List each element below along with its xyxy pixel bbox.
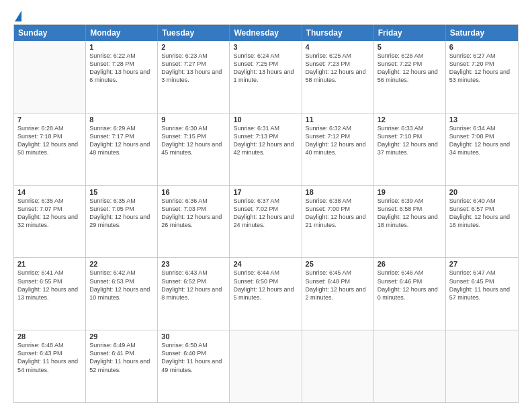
calendar-cell [230, 330, 302, 402]
calendar-cell: 30Sunrise: 6:50 AM Sunset: 6:40 PM Dayli… [158, 330, 230, 402]
calendar-body: 1Sunrise: 6:22 AM Sunset: 7:28 PM Daylig… [14, 41, 518, 402]
day-info: Sunrise: 6:31 AM Sunset: 7:13 PM Dayligh… [233, 124, 298, 157]
day-number: 5 [378, 43, 442, 51]
header [13, 11, 519, 20]
calendar-cell: 9Sunrise: 6:30 AM Sunset: 7:15 PM Daylig… [158, 113, 230, 185]
calendar-cell: 1Sunrise: 6:22 AM Sunset: 7:28 PM Daylig… [86, 41, 158, 113]
calendar-cell: 12Sunrise: 6:33 AM Sunset: 7:10 PM Dayli… [374, 113, 446, 185]
day-number: 10 [233, 116, 298, 124]
day-info: Sunrise: 6:47 AM Sunset: 6:45 PM Dayligh… [449, 269, 515, 302]
day-number: 27 [449, 260, 515, 268]
day-number: 17 [233, 188, 298, 196]
day-number: 26 [378, 260, 442, 268]
day-number: 7 [17, 116, 82, 124]
calendar-cell: 15Sunrise: 6:35 AM Sunset: 7:05 PM Dayli… [86, 186, 158, 258]
calendar-header-cell: Wednesday [230, 25, 302, 41]
day-info: Sunrise: 6:36 AM Sunset: 7:03 PM Dayligh… [161, 197, 226, 230]
calendar-cell [446, 330, 518, 402]
day-number: 16 [161, 188, 226, 196]
calendar-cell: 25Sunrise: 6:45 AM Sunset: 6:48 PM Dayli… [302, 258, 374, 330]
day-info: Sunrise: 6:35 AM Sunset: 7:07 PM Dayligh… [17, 197, 82, 230]
calendar-cell [302, 330, 374, 402]
calendar-cell: 2Sunrise: 6:23 AM Sunset: 7:27 PM Daylig… [158, 41, 230, 113]
calendar-header-cell: Tuesday [158, 25, 230, 41]
calendar-cell: 6Sunrise: 6:27 AM Sunset: 7:20 PM Daylig… [446, 41, 518, 113]
calendar-cell: 21Sunrise: 6:41 AM Sunset: 6:55 PM Dayli… [14, 258, 86, 330]
day-number: 15 [89, 188, 154, 196]
calendar-header-cell: Sunday [14, 25, 86, 41]
day-info: Sunrise: 6:45 AM Sunset: 6:48 PM Dayligh… [306, 269, 370, 302]
logo-triangle-icon [15, 11, 21, 21]
calendar-cell: 18Sunrise: 6:38 AM Sunset: 7:00 PM Dayli… [302, 186, 374, 258]
calendar-row: 1Sunrise: 6:22 AM Sunset: 7:28 PM Daylig… [14, 41, 518, 113]
day-info: Sunrise: 6:29 AM Sunset: 7:17 PM Dayligh… [89, 124, 154, 157]
calendar-cell: 22Sunrise: 6:42 AM Sunset: 6:53 PM Dayli… [86, 258, 158, 330]
day-info: Sunrise: 6:25 AM Sunset: 7:23 PM Dayligh… [306, 52, 370, 85]
day-info: Sunrise: 6:22 AM Sunset: 7:28 PM Dayligh… [89, 52, 154, 85]
day-info: Sunrise: 6:30 AM Sunset: 7:15 PM Dayligh… [161, 124, 226, 157]
calendar-cell: 10Sunrise: 6:31 AM Sunset: 7:13 PM Dayli… [230, 113, 302, 185]
day-info: Sunrise: 6:42 AM Sunset: 6:53 PM Dayligh… [89, 269, 154, 302]
calendar-header-cell: Saturday [446, 25, 518, 41]
day-info: Sunrise: 6:38 AM Sunset: 7:00 PM Dayligh… [306, 197, 370, 230]
calendar-cell: 19Sunrise: 6:39 AM Sunset: 6:58 PM Dayli… [374, 186, 446, 258]
calendar-cell: 17Sunrise: 6:37 AM Sunset: 7:02 PM Dayli… [230, 186, 302, 258]
day-number: 21 [17, 260, 82, 268]
day-number: 28 [17, 332, 82, 340]
day-number: 11 [306, 116, 370, 124]
day-info: Sunrise: 6:34 AM Sunset: 7:08 PM Dayligh… [449, 124, 515, 157]
calendar-header: SundayMondayTuesdayWednesdayThursdayFrid… [14, 25, 518, 41]
calendar-cell: 5Sunrise: 6:26 AM Sunset: 7:22 PM Daylig… [374, 41, 446, 113]
day-number: 25 [306, 260, 370, 268]
day-info: Sunrise: 6:50 AM Sunset: 6:40 PM Dayligh… [161, 341, 226, 374]
calendar-cell [374, 330, 446, 402]
calendar-cell: 11Sunrise: 6:32 AM Sunset: 7:12 PM Dayli… [302, 113, 374, 185]
day-info: Sunrise: 6:43 AM Sunset: 6:52 PM Dayligh… [161, 269, 226, 302]
day-number: 8 [89, 116, 154, 124]
day-info: Sunrise: 6:27 AM Sunset: 7:20 PM Dayligh… [449, 52, 515, 85]
calendar-row: 7Sunrise: 6:28 AM Sunset: 7:18 PM Daylig… [14, 113, 518, 185]
day-info: Sunrise: 6:33 AM Sunset: 7:10 PM Dayligh… [378, 124, 442, 157]
day-number: 30 [161, 332, 226, 340]
day-number: 3 [233, 43, 298, 51]
day-info: Sunrise: 6:39 AM Sunset: 6:58 PM Dayligh… [378, 197, 442, 230]
day-number: 18 [306, 188, 370, 196]
calendar-cell: 4Sunrise: 6:25 AM Sunset: 7:23 PM Daylig… [302, 41, 374, 113]
day-info: Sunrise: 6:23 AM Sunset: 7:27 PM Dayligh… [161, 52, 226, 85]
day-info: Sunrise: 6:40 AM Sunset: 6:57 PM Dayligh… [449, 197, 515, 230]
calendar-cell: 27Sunrise: 6:47 AM Sunset: 6:45 PM Dayli… [446, 258, 518, 330]
day-number: 20 [449, 188, 515, 196]
calendar-cell: 7Sunrise: 6:28 AM Sunset: 7:18 PM Daylig… [14, 113, 86, 185]
day-number: 13 [449, 116, 515, 124]
day-number: 22 [89, 260, 154, 268]
day-number: 2 [161, 43, 226, 51]
calendar-header-cell: Monday [86, 25, 158, 41]
day-number: 1 [89, 43, 154, 51]
day-number: 14 [17, 188, 82, 196]
day-info: Sunrise: 6:46 AM Sunset: 6:46 PM Dayligh… [378, 269, 442, 302]
day-number: 9 [161, 116, 226, 124]
calendar-cell: 23Sunrise: 6:43 AM Sunset: 6:52 PM Dayli… [158, 258, 230, 330]
calendar-cell: 3Sunrise: 6:24 AM Sunset: 7:25 PM Daylig… [230, 41, 302, 113]
day-info: Sunrise: 6:44 AM Sunset: 6:50 PM Dayligh… [233, 269, 298, 302]
day-number: 6 [449, 43, 515, 51]
calendar-cell: 14Sunrise: 6:35 AM Sunset: 7:07 PM Dayli… [14, 186, 86, 258]
calendar-cell: 16Sunrise: 6:36 AM Sunset: 7:03 PM Dayli… [158, 186, 230, 258]
calendar-row: 28Sunrise: 6:48 AM Sunset: 6:43 PM Dayli… [14, 330, 518, 402]
calendar: SundayMondayTuesdayWednesdayThursdayFrid… [13, 24, 519, 403]
day-info: Sunrise: 6:48 AM Sunset: 6:43 PM Dayligh… [17, 341, 82, 374]
calendar-row: 14Sunrise: 6:35 AM Sunset: 7:07 PM Dayli… [14, 185, 518, 258]
calendar-cell: 29Sunrise: 6:49 AM Sunset: 6:41 PM Dayli… [86, 330, 158, 402]
day-info: Sunrise: 6:26 AM Sunset: 7:22 PM Dayligh… [378, 52, 442, 85]
page: SundayMondayTuesdayWednesdayThursdayFrid… [0, 0, 532, 411]
calendar-header-cell: Thursday [302, 25, 374, 41]
calendar-cell: 24Sunrise: 6:44 AM Sunset: 6:50 PM Dayli… [230, 258, 302, 330]
calendar-cell: 8Sunrise: 6:29 AM Sunset: 7:17 PM Daylig… [86, 113, 158, 185]
calendar-cell: 26Sunrise: 6:46 AM Sunset: 6:46 PM Dayli… [374, 258, 446, 330]
calendar-cell: 20Sunrise: 6:40 AM Sunset: 6:57 PM Dayli… [446, 186, 518, 258]
day-info: Sunrise: 6:41 AM Sunset: 6:55 PM Dayligh… [17, 269, 82, 302]
day-info: Sunrise: 6:37 AM Sunset: 7:02 PM Dayligh… [233, 197, 298, 230]
day-info: Sunrise: 6:49 AM Sunset: 6:41 PM Dayligh… [89, 341, 154, 374]
day-number: 4 [306, 43, 370, 51]
day-number: 29 [89, 332, 154, 340]
